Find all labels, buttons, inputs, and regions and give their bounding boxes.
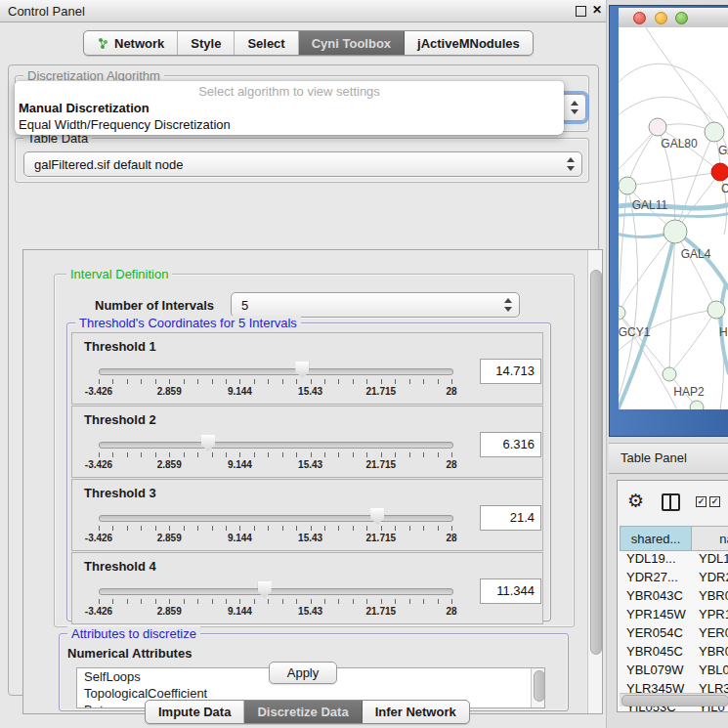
tab-style[interactable]: Style — [178, 31, 235, 55]
table-header-row: shared... name — [620, 526, 728, 551]
attributes-list-scrollbar[interactable] — [531, 668, 544, 707]
dropdown-option-manual-discretization[interactable]: Manual Discretization — [18, 100, 562, 117]
float-window-icon[interactable] — [576, 6, 586, 17]
threshold-label: Threshold 3 — [84, 486, 156, 500]
combo-arrows-icon — [567, 157, 575, 171]
network-icon — [97, 37, 109, 50]
thresholds-group-title: Threshold's Coordinates for 5 Intervals — [75, 316, 301, 330]
number-of-intervals-label: Number of Intervals — [95, 298, 214, 313]
table-data-combobox[interactable]: galFiltered.sif default node — [23, 151, 582, 177]
threshold-panel: Threshold 1 -3.4262.8599.14415.4321.7152… — [71, 332, 543, 405]
network-node[interactable] — [711, 163, 728, 181]
table-data-group: Table Data galFiltered.sif default node — [15, 138, 589, 183]
spinner-arrows-icon — [504, 298, 512, 312]
threshold-slider-track[interactable] — [99, 515, 453, 522]
cell-shared-name[interactable]: YPR145W — [626, 607, 686, 621]
table-panel-header: Table Panel — [609, 443, 728, 474]
cell-shared-name[interactable]: YDL19... — [626, 551, 676, 566]
tab-jactivemnodules-label: jActiveMNodules — [417, 36, 520, 51]
number-of-intervals-spinner[interactable]: 5 — [231, 292, 520, 318]
threshold-label: Threshold 2 — [84, 412, 156, 427]
column-header-name[interactable]: name — [692, 526, 728, 551]
cell-name[interactable]: YBR0 — [699, 644, 728, 659]
threshold-value-box[interactable]: 11.344 — [480, 578, 541, 604]
network-edge-highlighted — [619, 213, 728, 216]
cell-shared-name[interactable]: YBR043C — [626, 588, 683, 603]
network-node-gal80[interactable] — [649, 118, 666, 136]
settings-scrollbar[interactable] — [587, 250, 602, 713]
split-columns-icon[interactable] — [662, 493, 680, 511]
attributes-group-title: Attributes to discretize — [67, 626, 200, 641]
control-panel-tabs: Network Style Select Cyni Toolbox jActiv… — [83, 30, 534, 56]
node-label: GCY1 — [619, 325, 651, 339]
cell-name[interactable]: YBL0 — [699, 663, 728, 677]
network-node-h[interactable] — [707, 301, 725, 319]
cell-shared-name[interactable]: YBL079W — [626, 663, 684, 677]
table-horizontal-scrollbar[interactable] — [620, 693, 728, 707]
node-label-partial: GA — [718, 144, 728, 157]
network-window-titlebar[interactable] — [619, 8, 728, 28]
checkbox-icon[interactable]: ✓ — [696, 496, 707, 507]
slider-thumb[interactable] — [258, 581, 272, 598]
zoom-traffic-light-icon[interactable] — [675, 12, 688, 24]
algorithm-dropdown-popup: Select algorithm to view settings Manual… — [15, 81, 564, 135]
node-label: GAL80 — [661, 137, 698, 150]
tab-cyni-toolbox[interactable]: Cyni Toolbox — [299, 31, 405, 55]
network-node-gal11[interactable] — [619, 177, 636, 194]
threshold-value-box[interactable]: 6.316 — [480, 432, 541, 457]
tab-select[interactable]: Select — [235, 31, 298, 55]
slider-thumb[interactable] — [295, 362, 309, 378]
checkbox-icon[interactable]: ✓ — [709, 496, 720, 507]
cell-name[interactable]: YPR1 — [699, 607, 728, 621]
network-node[interactable] — [690, 401, 704, 409]
threshold-slider-track[interactable] — [99, 588, 453, 595]
network-node-gcy1[interactable] — [619, 306, 625, 320]
tab-style-label: Style — [191, 36, 221, 51]
tab-impute-data[interactable]: Impute Data — [146, 701, 244, 723]
node-table: ⚙ ✓ ✓ shared... name YDL19...YDL1YDR27..… — [617, 480, 728, 712]
close-traffic-light-icon[interactable] — [633, 12, 646, 24]
node-label: GAL4 — [681, 247, 711, 261]
network-node-gal4[interactable] — [664, 220, 687, 243]
tab-discretize-data[interactable]: Discretize Data — [244, 701, 362, 723]
column-header-shared-name[interactable]: shared... — [620, 526, 692, 551]
node-label: HAP2 — [673, 385, 705, 399]
tab-network[interactable]: Network — [84, 31, 178, 55]
slider-thumb[interactable] — [370, 508, 384, 525]
cell-name[interactable]: YBR0 — [699, 588, 728, 603]
threshold-value-box[interactable]: 21.4 — [480, 505, 541, 531]
node-label: H — [719, 325, 728, 339]
table-toolbar: ⚙ ✓ ✓ — [618, 481, 728, 526]
network-node[interactable] — [705, 122, 724, 142]
cell-name[interactable]: YER0 — [699, 625, 728, 640]
cell-name[interactable]: YDL1 — [699, 551, 728, 566]
gear-icon[interactable]: ⚙ — [627, 492, 644, 511]
tab-infer-network-label: Infer Network — [375, 705, 456, 719]
slider-thumb[interactable] — [201, 435, 215, 451]
network-edge-highlighted — [619, 232, 675, 409]
cyni-toolbox-panel: Discretization Algorithm Table Data galF… — [8, 64, 599, 696]
cell-shared-name[interactable]: YDR27... — [626, 570, 678, 584]
cell-name[interactable]: YDR2 — [699, 570, 728, 584]
tab-impute-data-label: Impute Data — [158, 705, 231, 719]
apply-button[interactable]: Apply — [269, 662, 337, 684]
table-hscrollbar-thumb[interactable] — [621, 695, 728, 707]
tab-jactivemnodules[interactable]: jActiveMNodules — [405, 31, 533, 55]
settings-scrollbar-thumb[interactable] — [590, 270, 602, 655]
cell-shared-name[interactable]: YER054C — [626, 625, 683, 640]
threshold-slider-track[interactable] — [99, 442, 453, 449]
tab-infer-network[interactable]: Infer Network — [363, 701, 469, 723]
network-canvas[interactable]: GAL80GAL11GAL4GCY1HHAP2GAC — [619, 27, 728, 409]
threshold-slider-track[interactable] — [99, 368, 453, 375]
network-edge — [669, 310, 716, 374]
attributes-scrollbar-thumb[interactable] — [534, 670, 545, 702]
tab-cyni-toolbox-label: Cyni Toolbox — [312, 36, 391, 51]
close-icon[interactable]: ✕ — [592, 3, 602, 17]
tab-network-label: Network — [114, 36, 164, 51]
network-node-hap2[interactable] — [663, 367, 676, 381]
cell-shared-name[interactable]: YBR045C — [626, 644, 683, 659]
threshold-value-box[interactable]: 14.713 — [480, 359, 541, 384]
control-panel-title: Control Panel — [8, 4, 85, 19]
minimize-traffic-light-icon[interactable] — [655, 12, 667, 24]
dropdown-option-equal-width-frequency[interactable]: Equal Width/Frequency Discretization — [18, 116, 562, 134]
